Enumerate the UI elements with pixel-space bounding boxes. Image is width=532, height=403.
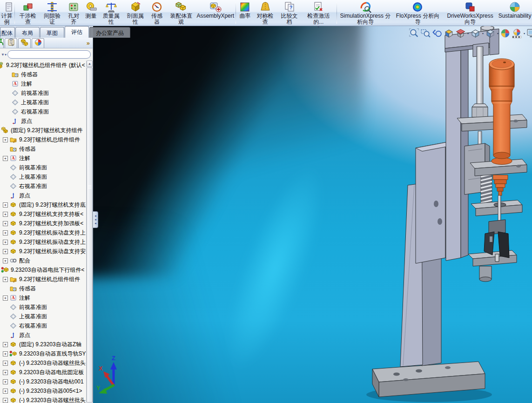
tree-item[interactable]: 原点: [0, 116, 86, 126]
scrollbar-up-icon[interactable]: ▲: [87, 60, 93, 67]
tree-item[interactable]: A注解: [0, 79, 86, 88]
view-settings-icon[interactable]: [526, 28, 532, 39]
tree-item[interactable]: 前视基准面: [0, 88, 86, 98]
tree-item[interactable]: 右视基准面: [0, 107, 86, 116]
toolbar-button-clearance[interactable]: 间隙验证: [40, 1, 64, 26]
expand-toggle[interactable]: +: [3, 240, 8, 245]
tree-item[interactable]: +配合: [0, 256, 86, 265]
fm-tab-configurationmanager[interactable]: [18, 38, 31, 48]
tree-item[interactable]: +9.23打螺丝机振动盘支持上: [0, 228, 86, 237]
zoom-fit-icon[interactable]: [409, 28, 419, 39]
dropdown-arrow-icon[interactable]: ▾: [497, 32, 498, 35]
display-style-icon[interactable]: [485, 28, 496, 39]
tree-item[interactable]: 前视基准面: [0, 302, 86, 312]
fm-tab-featuremanager-tree[interactable]: [0, 38, 4, 48]
expand-toggle[interactable]: +: [3, 296, 8, 301]
fm-tab-overflow[interactable]: »: [87, 40, 93, 48]
tree-item[interactable]: 右视基准面: [0, 181, 86, 191]
dropdown-arrow-icon[interactable]: ▾: [482, 32, 484, 35]
expand-toggle[interactable]: +: [3, 230, 8, 235]
tree-item[interactable]: 上视基准面: [0, 98, 86, 107]
expand-toggle[interactable]: +: [3, 156, 8, 161]
toolbar-button-check-active[interactable]: 检查激活的...▼: [302, 1, 336, 26]
tree-item[interactable]: 原点: [0, 330, 86, 340]
tree-scrollbar[interactable]: ▲: [86, 60, 93, 403]
toolbar-button-simulationxpress[interactable]: SimulationXpress 分析向导: [338, 1, 393, 26]
tree-item[interactable]: 原点: [0, 191, 86, 200]
toolbar-button-hole-align[interactable]: 孔对齐: [64, 1, 83, 26]
tree-item[interactable]: 上视基准面: [0, 172, 86, 181]
expand-toggle[interactable]: +: [3, 137, 8, 142]
expand-toggle[interactable]: +: [3, 249, 8, 254]
expand-toggle[interactable]: +: [3, 212, 8, 217]
edit-appearance-icon[interactable]: [500, 28, 511, 39]
tree-item[interactable]: +A注解: [0, 293, 86, 302]
expand-toggle[interactable]: +: [3, 342, 8, 347]
toolbar-button-design-study[interactable]: 计算例▼: [0, 1, 13, 26]
toolbar-button-section-props[interactable]: 剖面属性: [123, 1, 148, 26]
tree-item[interactable]: 传感器: [0, 70, 86, 79]
tree-item[interactable]: +9.23203自动器直线导轨SY: [0, 349, 86, 358]
toolbar-button-driveworksxpress[interactable]: DriveWorksXpress 向导: [443, 1, 498, 26]
expand-toggle[interactable]: +: [3, 389, 8, 394]
tab-sketch[interactable]: 草图: [40, 27, 64, 38]
expand-toggle[interactable]: +: [3, 361, 8, 366]
expand-toggle[interactable]: +: [3, 221, 8, 226]
expand-toggle[interactable]: +: [3, 202, 8, 208]
zoom-area-icon[interactable]: [420, 28, 431, 39]
tree-item[interactable]: +9.23打螺丝机总组件组件: [0, 135, 86, 144]
tree-item[interactable]: +9.23203自动器电批固定板: [0, 368, 86, 377]
expand-toggle[interactable]: +: [3, 351, 8, 356]
tree-item[interactable]: 上视基准面: [0, 312, 86, 321]
toolbar-button-measure[interactable]: 测量: [83, 1, 99, 26]
previous-view-icon[interactable]: [432, 28, 443, 39]
toolbar-button-compare-docs[interactable]: ?比较文档: [277, 1, 302, 26]
tree-item[interactable]: 传感器: [0, 284, 86, 293]
section-view-icon[interactable]: [444, 28, 454, 39]
fm-tab-propertymanager[interactable]: [5, 38, 17, 48]
tree-filter-input[interactable]: [7, 50, 91, 59]
model-3d[interactable]: [93, 26, 532, 403]
tree-item[interactable]: 前视基准面: [0, 163, 86, 172]
tree-item[interactable]: 9.23打螺丝机总组件组件 (默认<: [0, 60, 86, 70]
expand-toggle[interactable]: +: [3, 379, 8, 384]
tree-item[interactable]: +(固定) 9.23打螺丝机支持底: [0, 200, 86, 209]
tree-item[interactable]: +9.23打螺丝机总组件组件: [0, 275, 86, 284]
toolbar-button-curvature[interactable]: 曲率: [237, 1, 253, 26]
fm-tab-dimxpertmanager[interactable]: [32, 38, 44, 48]
dropdown-arrow-icon[interactable]: ▾: [524, 32, 525, 35]
tab-office[interactable]: 办公室产品: [89, 27, 130, 38]
tree-item[interactable]: +9.23打螺丝机支持加强板<: [0, 219, 86, 228]
tree-item[interactable]: +9.23打螺丝机支持支持板<: [0, 209, 86, 219]
toolbar-button-assembly-xpert[interactable]: AssemblyXpert: [196, 1, 235, 26]
toolbar-button-sustainability[interactable]: Sustainability: [498, 1, 532, 26]
toolbar-button-floxpress[interactable]: FloXpress 分析向导: [393, 1, 443, 26]
tree-item[interactable]: +(固定) 9.23203自动器Z轴: [0, 340, 86, 349]
tree-item[interactable]: +(-) 9.23203自动器电钻001: [0, 377, 86, 386]
tab-layout[interactable]: 布局: [15, 27, 40, 38]
tree-item[interactable]: +9.23打螺丝机振动盘支持安: [0, 247, 86, 256]
toolbar-button-interference[interactable]: 干涉检查: [16, 1, 40, 26]
tree-item[interactable]: 传感器: [0, 144, 86, 154]
tree-item[interactable]: +9.23打螺丝机振动盘支持上: [0, 237, 86, 247]
toolbar-button-symmetry[interactable]: 对称检查: [253, 1, 277, 26]
toolbar-button-assembly-visual[interactable]: 装配体直观: [166, 1, 196, 26]
tree-item[interactable]: 9.23203自动器电批下行组件<: [0, 265, 86, 275]
tree-item[interactable]: +(-) 9.23203自动器螺丝批头: [0, 396, 86, 403]
tree-item[interactable]: +A注解: [0, 154, 86, 163]
expand-toggle[interactable]: +: [3, 370, 8, 375]
tree-item[interactable]: +(-) 9.23203自动器005<1>: [0, 386, 86, 396]
scrollbar-thumb[interactable]: [87, 67, 93, 403]
tree-item[interactable]: (固定) 9.23打螺丝机支持组件: [0, 126, 86, 135]
expand-toggle[interactable]: +: [3, 258, 8, 263]
view-orientation-icon[interactable]: [470, 28, 481, 39]
dropdown-arrow-icon[interactable]: ▾: [467, 32, 469, 35]
apply-scene-icon[interactable]: [512, 28, 522, 39]
panel-collapse-handle[interactable]: ◂ ◂ ◂: [93, 211, 98, 228]
expand-toggle[interactable]: +: [3, 277, 8, 282]
tree-item[interactable]: +(-) 9.23203自动器螺丝批头: [0, 358, 86, 368]
graphics-area[interactable]: ▾▾▾▾ Z X Y ◂ ◂ ◂: [93, 26, 532, 403]
tab-assembly[interactable]: 装配体: [0, 27, 15, 38]
toolbar-button-sensor[interactable]: 传感器: [148, 1, 167, 26]
section-view-menu-icon[interactable]: [455, 28, 466, 39]
